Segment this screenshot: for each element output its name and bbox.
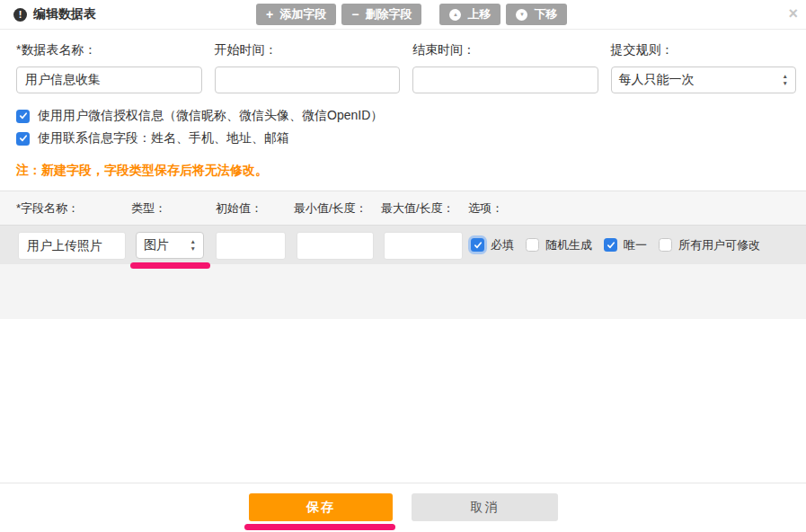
dialog-header: ! 编辑数据表 + 添加字段 − 删除字段 ▲ 上移 ▼ 下移 × bbox=[0, 0, 806, 30]
max-value-input[interactable] bbox=[384, 232, 463, 260]
select-arrows-icon: ▲▼ bbox=[190, 239, 196, 252]
check-icon bbox=[19, 134, 28, 143]
col-initial-value: 初始值： bbox=[216, 191, 262, 226]
edit-datatable-dialog: ! 编辑数据表 + 添加字段 − 删除字段 ▲ 上移 ▼ 下移 × bbox=[0, 0, 806, 532]
required-checkbox[interactable] bbox=[471, 238, 484, 252]
submit-rule-label: 提交规则： bbox=[611, 42, 797, 58]
start-time-field: 开始时间： bbox=[215, 42, 401, 93]
check-icon bbox=[19, 111, 28, 120]
select-arrows-icon: ▲▼ bbox=[783, 74, 788, 86]
move-down-button[interactable]: ▼ 下移 bbox=[506, 4, 567, 25]
contact-fields-label: 使用联系信息字段：姓名、手机、地址、邮箱 bbox=[38, 130, 289, 146]
wechat-auth-checkbox[interactable] bbox=[16, 110, 30, 123]
option-user-editable: 所有用户可修改 bbox=[659, 237, 760, 253]
plus-icon: + bbox=[266, 8, 273, 21]
toolbar: + 添加字段 − 删除字段 ▲ 上移 ▼ 下移 bbox=[256, 4, 567, 25]
col-max-value: 最大值/长度： bbox=[381, 191, 455, 226]
datatable-name-input[interactable] bbox=[16, 66, 202, 93]
wechat-auth-label: 使用用户微信授权信息（微信昵称、微信头像、微信OpenID） bbox=[38, 108, 383, 124]
datatable-form: *数据表名称： 开始时间： 结束时间： 提交规则： 每人只能一次 ▲▼ bbox=[16, 42, 796, 93]
close-icon[interactable]: × bbox=[788, 5, 798, 22]
end-time-label: 结束时间： bbox=[412, 42, 598, 58]
dialog-title-wrap: ! 编辑数据表 bbox=[13, 0, 96, 29]
user-editable-checkbox[interactable] bbox=[659, 238, 672, 252]
field-name-input[interactable] bbox=[18, 232, 126, 260]
add-field-button[interactable]: + 添加字段 bbox=[256, 4, 336, 25]
info-icon: ! bbox=[13, 8, 27, 22]
check-icon bbox=[474, 241, 483, 250]
cancel-button[interactable]: 取消 bbox=[412, 493, 558, 521]
field-table: *字段名称： 类型： 初始值： 最小值/长度： 最大值/长度： 选项： 图片 ▲… bbox=[0, 191, 806, 319]
submit-rule-field: 提交规则： 每人只能一次 ▲▼ bbox=[611, 42, 797, 93]
field-table-header: *字段名称： 类型： 初始值： 最小值/长度： 最大值/长度： 选项： bbox=[0, 191, 806, 226]
delete-field-label: 删除字段 bbox=[365, 6, 412, 22]
check-icon bbox=[607, 241, 616, 250]
col-options: 选项： bbox=[468, 191, 503, 226]
move-up-button[interactable]: ▲ 上移 bbox=[439, 4, 500, 25]
submit-rule-value: 每人只能一次 bbox=[619, 72, 695, 88]
required-label: 必填 bbox=[491, 237, 514, 253]
arrow-up-circle-icon: ▲ bbox=[449, 9, 461, 21]
end-time-field: 结束时间： bbox=[412, 42, 598, 93]
annotation-underline-save bbox=[244, 524, 395, 530]
user-editable-label: 所有用户可修改 bbox=[678, 237, 760, 253]
unique-label: 唯一 bbox=[624, 237, 647, 253]
field-options: 必填 随机生成 唯一 bbox=[471, 226, 760, 264]
minus-icon: − bbox=[351, 8, 359, 21]
start-time-input[interactable] bbox=[215, 66, 401, 93]
field-type-value: 图片 bbox=[144, 237, 169, 253]
submit-rule-select[interactable]: 每人只能一次 ▲▼ bbox=[611, 66, 797, 93]
field-type-select[interactable]: 图片 ▲▼ bbox=[136, 232, 204, 259]
option-required: 必填 bbox=[471, 237, 514, 253]
start-time-label: 开始时间： bbox=[215, 42, 401, 58]
field-row: 图片 ▲▼ 必填 随机生成 bbox=[0, 226, 806, 264]
option-unique: 唯一 bbox=[604, 237, 647, 253]
annotation-underline-type bbox=[130, 262, 210, 269]
contact-fields-checkbox[interactable] bbox=[16, 132, 30, 146]
delete-field-button[interactable]: − 删除字段 bbox=[341, 4, 421, 25]
col-min-value: 最小值/长度： bbox=[294, 191, 368, 226]
random-checkbox[interactable] bbox=[526, 238, 539, 252]
unique-checkbox[interactable] bbox=[604, 238, 617, 252]
arrow-down-circle-icon: ▼ bbox=[516, 9, 527, 21]
save-button[interactable]: 保存 bbox=[249, 493, 393, 521]
end-time-input[interactable] bbox=[412, 66, 598, 93]
option-random: 随机生成 bbox=[526, 237, 592, 253]
initial-value-input[interactable] bbox=[216, 232, 286, 260]
dialog-title: 编辑数据表 bbox=[33, 6, 96, 22]
random-label: 随机生成 bbox=[545, 237, 592, 253]
min-value-input[interactable] bbox=[297, 232, 374, 260]
footer-divider bbox=[0, 483, 806, 483]
datatable-name-label: *数据表名称： bbox=[16, 42, 202, 58]
wechat-auth-row: 使用用户微信授权信息（微信昵称、微信头像、微信OpenID） bbox=[16, 108, 383, 124]
field-note: 注：新建字段，字段类型保存后将无法修改。 bbox=[16, 163, 268, 179]
move-down-label: 下移 bbox=[534, 6, 557, 22]
col-field-name: *字段名称： bbox=[16, 191, 79, 226]
datatable-name-field: *数据表名称： bbox=[16, 42, 202, 93]
add-field-label: 添加字段 bbox=[279, 6, 326, 22]
col-type: 类型： bbox=[131, 191, 166, 226]
move-up-label: 上移 bbox=[467, 6, 491, 22]
contact-fields-row: 使用联系信息字段：姓名、手机、地址、邮箱 bbox=[16, 130, 289, 146]
